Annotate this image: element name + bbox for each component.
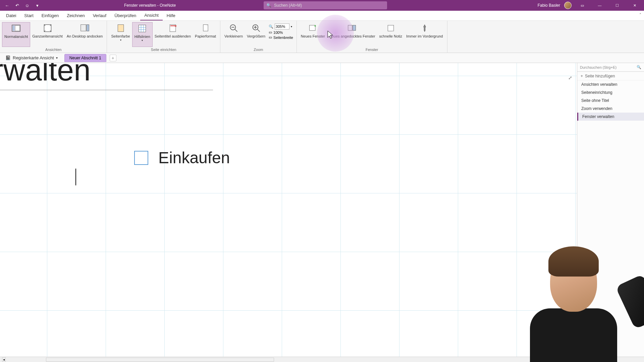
tab-ueberpruefen[interactable]: Überprüfen — [110, 11, 140, 20]
scroll-left-icon[interactable]: ◂ — [2, 357, 6, 362]
ribbon-group-label: Zoom — [222, 47, 294, 53]
verkleinern-button[interactable]: Verkleinern — [222, 22, 245, 47]
seitentitel-icon: ✕ — [167, 23, 178, 34]
ribbon-group-seite: Seitenfarbe▾ Hilfslinien▾ ✕ Seitentitel … — [107, 21, 220, 53]
redo-icon[interactable]: ☺ — [23, 2, 31, 9]
ribbon: Normalansicht Ganzseitenansicht An Deskt… — [0, 21, 644, 53]
normalansicht-icon — [11, 23, 21, 34]
todo-item[interactable]: Einkaufen — [134, 148, 230, 167]
pin-icon — [419, 23, 430, 34]
grid-lines — [0, 63, 577, 357]
tab-zeichnen[interactable]: Zeichnen — [63, 11, 89, 20]
pages-search[interactable]: Durchsuchen (Strg+E) 🔍 — [577, 63, 644, 72]
schnelle-notiz-button[interactable]: schnelle Notiz — [377, 22, 404, 47]
ganzseitenansicht-button[interactable]: Ganzseitenansicht — [30, 22, 65, 47]
svg-rect-7 — [139, 25, 146, 32]
seitenfarbe-button[interactable]: Seitenfarbe▾ — [109, 22, 132, 47]
seitenbreite-button[interactable]: ▭Seitenbreite — [269, 35, 293, 40]
page-item[interactable]: Zoom verwenden — [577, 105, 644, 113]
page-title[interactable]: r verwalten — [0, 63, 91, 87]
svg-rect-5 — [87, 25, 89, 31]
papierformat-button[interactable]: Papierformat — [193, 22, 218, 47]
svg-rect-25 — [348, 25, 352, 31]
close-button[interactable]: ✕ — [628, 0, 641, 11]
svg-rect-4 — [80, 25, 86, 31]
page-item[interactable]: Fenster verwalten — [577, 113, 644, 121]
add-page-button[interactable]: + Seite hinzufügen — [577, 72, 644, 80]
text-cursor — [75, 169, 76, 185]
minimize-button[interactable]: — — [593, 0, 606, 11]
global-search[interactable]: 🔍 — [264, 1, 387, 9]
svg-line-17 — [235, 29, 237, 32]
section-bar: 📓 Registerkarte Ansicht ▾ Neuer Abschnit… — [0, 53, 644, 63]
titlebar: ← ↶ ☺ ▾ Fenster verwalten - OneNote 🔍 Fa… — [0, 0, 644, 11]
ribbon-group-label: Ansichten — [2, 47, 105, 53]
svg-line-20 — [257, 29, 260, 32]
an-desktop-icon — [79, 23, 90, 34]
vergroessern-button[interactable]: Vergrößern — [245, 22, 267, 47]
zoom-100-button[interactable]: ▭100% — [269, 30, 293, 35]
zoom-percent-icon: 🔍 — [269, 24, 273, 29]
tab-datei[interactable]: Datei — [2, 11, 20, 20]
zoom-out-icon — [228, 23, 239, 34]
ribbon-group-label: Seite einrichten — [109, 47, 218, 53]
hilfslinien-icon — [137, 23, 148, 34]
page-item[interactable]: Seite ohne Titel — [577, 97, 644, 105]
hilfslinien-button[interactable]: Hilfslinien▾ — [132, 22, 153, 47]
notebook-selector[interactable]: 📓 Registerkarte Ansicht ▾ — [3, 55, 60, 60]
page-item[interactable]: Seiteneinrichtung — [577, 88, 644, 97]
neues-fenster-icon: + — [308, 23, 318, 34]
immer-im-vordergrund-button[interactable]: Immer im Vordergrund — [404, 22, 445, 47]
svg-rect-6 — [118, 25, 124, 32]
back-icon[interactable]: ← — [3, 2, 11, 9]
search-icon: 🔍 — [266, 3, 271, 8]
horizontal-scrollbar[interactable] — [46, 358, 274, 362]
neues-angedocktes-fenster-button[interactable]: Neues angedocktes Fenster — [327, 22, 377, 47]
qat-dropdown-icon[interactable]: ▾ — [34, 2, 41, 9]
page-item[interactable]: Ansichten verwalten — [577, 80, 644, 88]
avatar[interactable] — [564, 2, 572, 9]
ribbon-group-zoom: Verkleinern Vergrößern 🔍▾ ▭100% ▭Seitenb… — [220, 21, 297, 53]
ribbon-group-ansichten: Normalansicht Ganzseitenansicht An Deskt… — [0, 21, 107, 53]
svg-text:✕: ✕ — [174, 24, 177, 28]
neues-fenster-button[interactable]: + Neues Fenster — [299, 22, 327, 47]
user-name[interactable]: Fabio Basler — [538, 3, 560, 8]
svg-rect-26 — [353, 25, 356, 31]
tab-verlauf[interactable]: Verlauf — [89, 11, 110, 20]
normalansicht-button[interactable]: Normalansicht — [2, 22, 30, 47]
section-tab[interactable]: Neuer Abschnitt 1 — [64, 54, 106, 62]
tab-hilfe[interactable]: Hilfe — [163, 11, 179, 20]
seitenfarbe-icon — [115, 23, 126, 34]
tab-ansicht[interactable]: Ansicht — [140, 11, 163, 20]
ribbon-group-label: Fenster — [299, 47, 445, 53]
notebook-icon: 📓 — [5, 55, 11, 60]
svg-rect-2 — [15, 25, 20, 31]
ribbon-mode-icon[interactable]: ▭ — [576, 0, 589, 11]
papierformat-icon — [200, 23, 211, 34]
search-input[interactable] — [274, 3, 384, 8]
svg-text:+: + — [314, 24, 316, 28]
title-underline — [0, 90, 213, 90]
schnelle-notiz-icon — [385, 23, 396, 34]
menu-tabs: Datei Start Einfügen Zeichnen Verlauf Üb… — [0, 11, 644, 21]
tab-start[interactable]: Start — [20, 11, 37, 20]
todo-label[interactable]: Einkaufen — [158, 148, 230, 167]
collapse-ribbon-icon[interactable]: ˄ — [639, 13, 641, 17]
width-icon: ▭ — [269, 35, 272, 40]
checkbox[interactable] — [134, 151, 148, 165]
note-canvas[interactable]: r verwalten Einkaufen ⤢ — [0, 63, 577, 357]
zoom-in-icon — [251, 23, 262, 34]
webcam-overlay — [500, 235, 644, 362]
zoom-percent-input[interactable] — [275, 23, 289, 29]
tab-einfuegen[interactable]: Einfügen — [38, 11, 63, 20]
maximize-button[interactable]: ☐ — [610, 0, 624, 11]
undo-icon[interactable]: ↶ — [13, 2, 21, 9]
an-desktop-andocken-button[interactable]: An Desktop andocken — [65, 22, 105, 47]
add-section-button[interactable]: + — [110, 55, 116, 61]
svg-rect-1 — [13, 25, 15, 31]
seitentitel-ausblenden-button[interactable]: ✕ Seitentitel ausblenden — [153, 22, 193, 47]
angedocktes-fenster-icon — [347, 23, 358, 34]
rect-icon: ▭ — [269, 30, 272, 35]
plus-icon: + — [581, 74, 583, 78]
expand-panel-icon[interactable]: ⤢ — [568, 75, 572, 80]
